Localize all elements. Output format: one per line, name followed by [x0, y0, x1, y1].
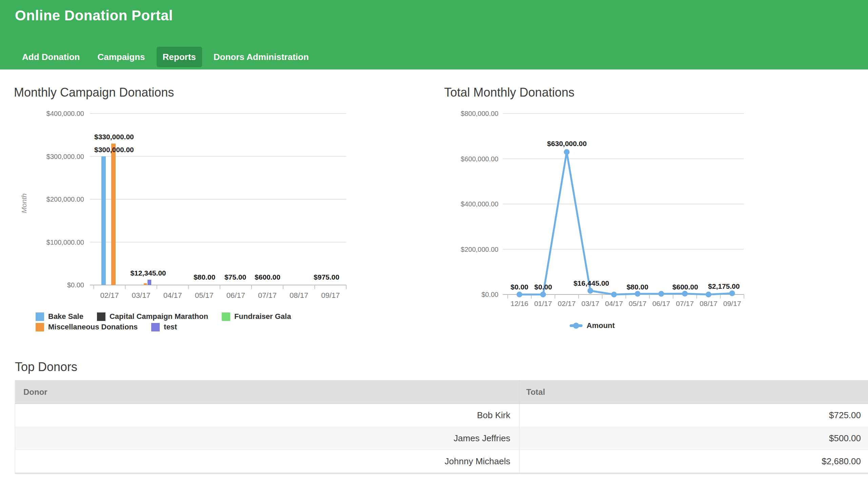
table-row: Johnny Michaels$2,680.00 — [15, 450, 868, 473]
y-axis-tick-label: $100,000.00 — [46, 239, 84, 246]
legend-label: Miscellaneous Donations — [48, 323, 138, 331]
x-axis-tick-label: 03/17 — [581, 300, 599, 307]
point-marker — [588, 288, 593, 294]
legend-swatch — [151, 323, 160, 331]
donor-total-cell: $725.00 — [519, 404, 868, 427]
nav-tab-add-donation[interactable]: Add Donation — [16, 47, 86, 67]
app-header: Online Donation Portal Add Donation Camp… — [0, 0, 868, 69]
y-axis-title: Month — [20, 194, 28, 213]
x-axis-tick-label: 08/17 — [699, 300, 717, 307]
legend-swatch — [97, 312, 105, 321]
legend-label: Capital Campaign Marathon — [110, 312, 208, 321]
top-donors-heading: Top Donors — [15, 360, 77, 374]
app-title: Online Donation Portal — [15, 7, 173, 24]
point-marker — [729, 290, 735, 296]
x-axis-tick-label: 02/17 — [558, 300, 576, 307]
y-axis-tick-label: $0.00 — [481, 291, 498, 298]
x-axis-tick-label: 08/17 — [290, 291, 308, 300]
nav-tab-campaigns[interactable]: Campaigns — [91, 47, 151, 67]
donor-name-cell: Johnny Michaels — [15, 450, 519, 473]
x-axis-tick-label: 03/17 — [132, 291, 151, 300]
point-marker — [540, 292, 546, 298]
legend-swatch — [36, 323, 44, 331]
value-label: $12,345.00 — [130, 269, 166, 277]
x-axis-tick-label: 05/17 — [629, 300, 647, 307]
value-label: $75.00 — [224, 273, 246, 281]
value-label: $975.00 — [314, 273, 339, 281]
point-marker — [635, 291, 640, 297]
y-axis-tick-label: $300,000.00 — [46, 153, 84, 160]
legend-item-amount: Amount — [570, 321, 615, 330]
column-header-total: Total — [519, 381, 868, 404]
y-axis-tick-label: $400,000.00 — [461, 200, 498, 208]
point-marker — [706, 292, 711, 298]
line-series-amount — [519, 152, 732, 294]
x-axis-tick-label: 12/16 — [511, 300, 529, 307]
y-axis-tick-label: $200,000.00 — [46, 196, 84, 203]
legend-item-miscellaneous-donations: Miscellaneous Donations — [36, 323, 138, 331]
donor-total-cell: $500.00 — [519, 427, 868, 450]
column-header-donor: Donor — [15, 381, 519, 404]
nav-tab-donors-administration[interactable]: Donors Administration — [208, 47, 315, 67]
value-label: $0.00 — [511, 283, 529, 291]
point-marker — [564, 149, 570, 155]
bar-chart-legend: Bake SaleCapital Campaign MarathonFundra… — [36, 312, 354, 331]
value-label: $16,445.00 — [573, 279, 609, 287]
value-label: $80.00 — [194, 273, 215, 281]
table-header: Donor Total — [15, 381, 868, 404]
value-label: $300,000.00 — [94, 146, 134, 154]
screen: Online Donation Portal Add Donation Camp… — [0, 0, 868, 488]
bar-miscellaneous-donations — [111, 144, 116, 285]
value-label: $80.00 — [627, 283, 648, 291]
value-label: $630,000.00 — [547, 140, 587, 147]
legend-label: Fundraiser Gala — [234, 312, 291, 321]
x-axis-tick-label: 02/17 — [100, 291, 119, 300]
y-axis-tick-label: $0.00 — [67, 281, 84, 289]
x-axis-tick-label: 07/17 — [258, 291, 277, 300]
legend-item-capital-campaign-marathon: Capital Campaign Marathon — [97, 312, 208, 321]
point-marker — [611, 292, 617, 298]
x-axis-tick-label: 09/17 — [723, 300, 741, 307]
x-axis-tick-label: 04/17 — [163, 291, 182, 300]
bar-chart: $400,000.00$300,000.00$200,000.00$100,00… — [0, 102, 373, 319]
point-marker — [517, 292, 522, 298]
nav-tab-reports[interactable]: Reports — [157, 47, 202, 67]
line-chart-legend: Amount — [570, 321, 615, 330]
value-label: $0.00 — [534, 283, 552, 291]
legend-label: Amount — [587, 321, 615, 330]
x-axis-tick-label: 04/17 — [605, 300, 623, 307]
legend-item-test: test — [151, 323, 177, 331]
bar-bake-sale — [101, 157, 106, 285]
point-marker — [682, 291, 688, 297]
value-label: $2,175.00 — [708, 282, 739, 290]
table-row: James Jeffries$500.00 — [15, 427, 868, 450]
x-axis-tick-label: 01/17 — [534, 300, 552, 307]
bar-test — [147, 280, 151, 285]
legend-item-fundraiser-gala: Fundraiser Gala — [222, 312, 291, 321]
y-axis-tick-label: $800,000.00 — [461, 110, 498, 117]
y-axis-tick-label: $600,000.00 — [461, 155, 498, 163]
x-axis-tick-label: 09/17 — [321, 291, 340, 300]
bar-chart-title: Monthly Campaign Donations — [14, 85, 174, 100]
point-marker — [658, 291, 664, 297]
value-label: $330,000.00 — [94, 133, 134, 141]
x-axis-tick-label: 06/17 — [652, 300, 670, 307]
line-chart-title: Total Monthly Donations — [444, 85, 574, 100]
x-axis-tick-label: 05/17 — [195, 291, 214, 300]
donor-name-cell: Bob Kirk — [15, 404, 519, 427]
table-row: Bob Kirk$725.00 — [15, 404, 868, 427]
line-chart: $800,000.00$600,000.00$400,000.00$200,00… — [481, 102, 753, 319]
legend-label: test — [164, 323, 177, 331]
donor-name-cell: James Jeffries — [15, 427, 519, 450]
y-axis-tick-label: $200,000.00 — [461, 246, 498, 253]
bar-miscellaneous-donations — [144, 283, 147, 285]
x-axis-tick-label: 06/17 — [226, 291, 245, 300]
legend-label: Bake Sale — [48, 312, 83, 321]
legend-swatch — [222, 312, 230, 321]
donor-total-cell: $2,680.00 — [519, 450, 868, 473]
legend-swatch — [36, 312, 44, 321]
main-nav: Add Donation Campaigns Reports Donors Ad… — [16, 47, 315, 67]
top-donors-table: Donor Total Bob Kirk$725.00James Jeffrie… — [15, 380, 868, 473]
line-marker-icon — [570, 324, 583, 327]
value-label: $600.00 — [255, 273, 280, 281]
